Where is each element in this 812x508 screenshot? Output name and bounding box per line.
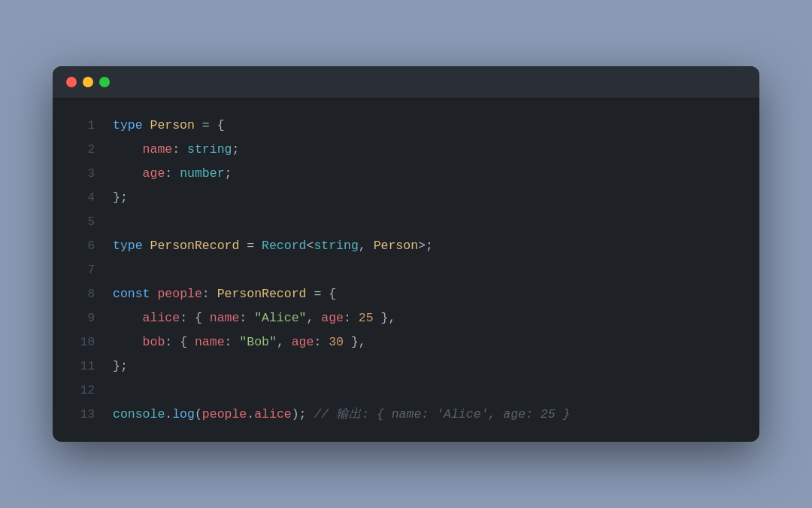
token-prop: bob [143, 335, 165, 349]
token-plain: : [172, 142, 187, 157]
code-line: 1type Person = { [53, 114, 759, 138]
code-line: 6type PersonRecord = Record<string, Pers… [53, 234, 759, 258]
token-plain: ; [232, 142, 239, 157]
code-content [113, 258, 120, 282]
code-content: bob: { name: "Bob", age: 30 }, [113, 330, 366, 354]
token-prop: people [202, 407, 247, 421]
token-prop: name [210, 311, 240, 325]
code-line: 3 age: number; [53, 162, 759, 186]
token-builtin: number [180, 166, 224, 181]
minimize-button[interactable] [83, 77, 93, 87]
code-content: console.log(people.alice); // 输出: { name… [113, 403, 570, 427]
line-number: 12 [68, 384, 95, 397]
code-content: name: string; [113, 138, 239, 162]
token-plain: , [359, 239, 374, 253]
code-content: alice: { name: "Alice", age: 25 }, [113, 306, 395, 330]
code-line: 12 [53, 379, 759, 403]
line-number: 9 [68, 312, 95, 325]
token-plain: < [306, 239, 314, 253]
token-plain: : [314, 335, 329, 349]
close-button[interactable] [66, 77, 77, 87]
token-prop: age [321, 311, 344, 325]
token-plain [113, 311, 143, 325]
token-prop: age [143, 166, 165, 181]
code-line: 13console.log(people.alice); // 输出: { na… [53, 403, 759, 427]
token-plain: : [165, 166, 180, 181]
token-prop: name [195, 335, 225, 349]
code-content [113, 210, 120, 234]
line-number: 1 [68, 119, 95, 132]
token-prop: alice [143, 311, 180, 325]
token-plain: , [277, 335, 292, 349]
code-content: const people: PersonRecord = { [113, 282, 336, 306]
token-prop: name [143, 142, 173, 157]
token-str: "Bob" [239, 335, 277, 349]
token-type-name: PersonRecord [150, 239, 240, 253]
token-prop: alice [254, 407, 292, 421]
token-plain: = { [306, 287, 336, 301]
code-window: 1type Person = {2 name: string;3 age: nu… [53, 66, 759, 442]
token-plain: = [239, 239, 262, 253]
token-type-name: Person [374, 239, 418, 253]
line-number: 13 [68, 408, 95, 421]
token-plain [113, 142, 143, 157]
token-plain: }; [113, 359, 128, 373]
token-str: "Alice" [254, 311, 306, 325]
token-plain: = { [195, 118, 225, 132]
code-content: age: number; [113, 162, 232, 186]
code-line: 10 bob: { name: "Bob", age: 30 }, [53, 330, 759, 354]
code-line: 4}; [53, 186, 759, 210]
token-prop: age [292, 335, 314, 349]
token-plain: . [247, 407, 254, 421]
token-kw: log [172, 407, 195, 421]
token-plain: }; [113, 190, 128, 205]
line-number: 2 [68, 143, 95, 157]
code-line: 8const people: PersonRecord = { [53, 282, 759, 306]
token-kw: type [113, 118, 150, 132]
code-line: 2 name: string; [53, 138, 759, 162]
code-line: 9 alice: { name: "Alice", age: 25 }, [53, 306, 759, 330]
token-num: 30 [329, 335, 344, 349]
code-content: }; [113, 186, 128, 210]
line-number: 11 [68, 360, 95, 373]
line-number: 3 [68, 167, 95, 181]
token-plain: : [344, 311, 359, 325]
token-plain: : [202, 287, 217, 301]
line-number: 4 [68, 191, 95, 205]
token-builtin: string [314, 239, 358, 253]
token-type-name: PersonRecord [217, 287, 307, 301]
token-plain [113, 166, 143, 181]
token-type-name: Person [150, 118, 195, 132]
token-plain: >; [418, 239, 433, 253]
code-content: type PersonRecord = Record<string, Perso… [113, 234, 433, 258]
code-line: 7 [53, 258, 759, 282]
code-line: 5 [53, 210, 759, 234]
token-builtin: Record [262, 239, 306, 253]
token-plain: . [165, 407, 172, 421]
maximize-button[interactable] [99, 77, 110, 87]
token-builtin: string [187, 142, 232, 157]
line-number: 6 [68, 239, 95, 253]
code-content [113, 379, 120, 403]
token-kw: type [113, 239, 150, 253]
token-plain: }, [344, 335, 366, 349]
code-line: 11}; [53, 354, 759, 379]
line-number: 7 [68, 263, 95, 277]
token-plain: : { [180, 311, 210, 325]
token-plain [113, 335, 143, 349]
token-plain: : [225, 335, 240, 349]
token-plain: : [239, 311, 254, 325]
line-number: 10 [68, 336, 95, 349]
token-plain: : { [165, 335, 195, 349]
line-number: 8 [68, 287, 95, 301]
line-number: 5 [68, 215, 95, 229]
token-plain: ; [225, 166, 232, 181]
token-plain: }, [374, 311, 396, 325]
code-editor: 1type Person = {2 name: string;3 age: nu… [53, 99, 759, 442]
code-content: }; [113, 354, 128, 379]
token-plain: ); [292, 407, 314, 421]
token-comment: // 输出: { name: 'Alice', age: 25 } [314, 407, 570, 421]
token-plain: , [306, 311, 321, 325]
code-content: type Person = { [113, 114, 225, 138]
token-num: 25 [359, 311, 374, 325]
